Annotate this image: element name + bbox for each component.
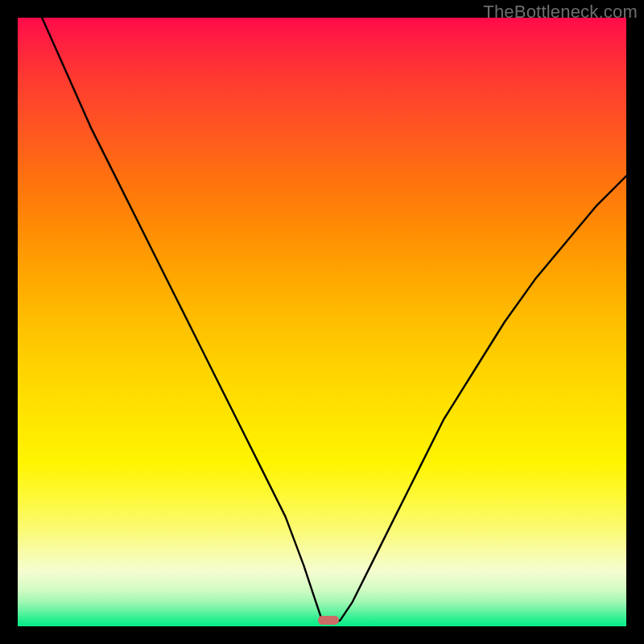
- chart-container: TheBottleneck.com: [0, 0, 644, 644]
- bottleneck-curve: [18, 18, 626, 626]
- optimum-marker: [318, 616, 339, 625]
- watermark-text: TheBottleneck.com: [483, 2, 638, 23]
- curve-path: [42, 18, 626, 623]
- plot-area: [18, 18, 626, 626]
